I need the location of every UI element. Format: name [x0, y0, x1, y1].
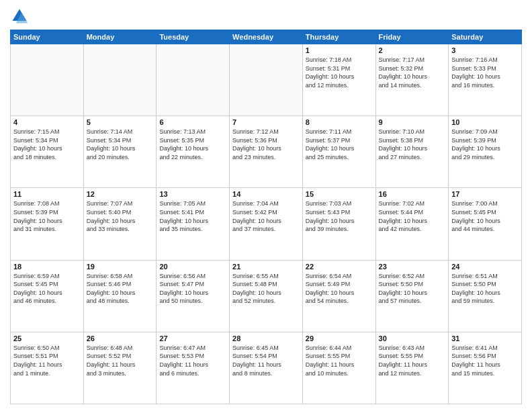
calendar: SundayMondayTuesdayWednesdayThursdayFrid…: [10, 30, 522, 404]
day-info: Sunrise: 6:45 AM Sunset: 5:54 PM Dayligh…: [232, 344, 300, 377]
calendar-cell: 18Sunrise: 6:59 AM Sunset: 5:45 PM Dayli…: [11, 260, 84, 332]
calendar-cell: 26Sunrise: 6:48 AM Sunset: 5:52 PM Dayli…: [83, 332, 157, 404]
day-info: Sunrise: 7:12 AM Sunset: 5:36 PM Dayligh…: [232, 128, 300, 161]
calendar-cell: [157, 44, 230, 116]
calendar-cell: 31Sunrise: 6:41 AM Sunset: 5:56 PM Dayli…: [449, 332, 522, 404]
day-info: Sunrise: 7:07 AM Sunset: 5:40 PM Dayligh…: [87, 199, 154, 233]
day-number: 28: [232, 334, 300, 342]
day-info: Sunrise: 7:15 AM Sunset: 5:34 PM Dayligh…: [13, 128, 81, 161]
day-info: Sunrise: 6:55 AM Sunset: 5:48 PM Dayligh…: [232, 272, 300, 306]
calendar-cell: 9Sunrise: 7:10 AM Sunset: 5:38 PM Daylig…: [375, 116, 449, 188]
day-info: Sunrise: 6:58 AM Sunset: 5:46 PM Dayligh…: [87, 272, 154, 306]
week-row-1: 1Sunrise: 7:18 AM Sunset: 5:31 PM Daylig…: [11, 44, 522, 116]
calendar-cell: 4Sunrise: 7:15 AM Sunset: 5:34 PM Daylig…: [11, 116, 84, 188]
day-info: Sunrise: 7:09 AM Sunset: 5:39 PM Dayligh…: [451, 128, 519, 161]
week-row-2: 4Sunrise: 7:15 AM Sunset: 5:34 PM Daylig…: [11, 116, 522, 188]
day-info: Sunrise: 7:08 AM Sunset: 5:39 PM Dayligh…: [13, 199, 81, 233]
day-info: Sunrise: 7:02 AM Sunset: 5:44 PM Dayligh…: [379, 199, 446, 233]
calendar-cell: 11Sunrise: 7:08 AM Sunset: 5:39 PM Dayli…: [11, 188, 84, 260]
day-number: 18: [13, 263, 81, 271]
day-number: 8: [306, 118, 373, 126]
day-number: 27: [159, 334, 226, 342]
logo: [10, 7, 32, 26]
calendar-cell: [230, 44, 303, 116]
day-info: Sunrise: 6:47 AM Sunset: 5:53 PM Dayligh…: [159, 344, 226, 377]
calendar-header-thursday: Thursday: [302, 30, 375, 44]
calendar-cell: 1Sunrise: 7:18 AM Sunset: 5:31 PM Daylig…: [302, 44, 375, 116]
day-info: Sunrise: 7:00 AM Sunset: 5:45 PM Dayligh…: [451, 199, 519, 233]
week-row-3: 11Sunrise: 7:08 AM Sunset: 5:39 PM Dayli…: [11, 188, 522, 260]
calendar-cell: 20Sunrise: 6:56 AM Sunset: 5:47 PM Dayli…: [157, 260, 230, 332]
calendar-cell: 21Sunrise: 6:55 AM Sunset: 5:48 PM Dayli…: [230, 260, 303, 332]
day-number: 19: [87, 263, 154, 271]
day-info: Sunrise: 6:48 AM Sunset: 5:52 PM Dayligh…: [87, 344, 154, 377]
calendar-cell: 15Sunrise: 7:03 AM Sunset: 5:43 PM Dayli…: [302, 188, 375, 260]
week-row-5: 25Sunrise: 6:50 AM Sunset: 5:51 PM Dayli…: [11, 332, 522, 404]
day-info: Sunrise: 7:05 AM Sunset: 5:41 PM Dayligh…: [159, 199, 226, 233]
day-number: 12: [87, 190, 154, 198]
calendar-cell: 30Sunrise: 6:43 AM Sunset: 5:55 PM Dayli…: [375, 332, 449, 404]
day-number: 10: [451, 118, 519, 126]
day-number: 2: [379, 46, 446, 54]
calendar-cell: 29Sunrise: 6:44 AM Sunset: 5:55 PM Dayli…: [302, 332, 375, 404]
day-info: Sunrise: 7:04 AM Sunset: 5:42 PM Dayligh…: [232, 199, 300, 233]
calendar-cell: 22Sunrise: 6:54 AM Sunset: 5:49 PM Dayli…: [302, 260, 375, 332]
day-info: Sunrise: 7:13 AM Sunset: 5:35 PM Dayligh…: [159, 128, 226, 161]
day-number: 16: [379, 190, 446, 198]
calendar-cell: 25Sunrise: 6:50 AM Sunset: 5:51 PM Dayli…: [11, 332, 84, 404]
calendar-cell: 24Sunrise: 6:51 AM Sunset: 5:50 PM Dayli…: [449, 260, 522, 332]
day-number: 17: [451, 190, 519, 198]
day-number: 7: [232, 118, 300, 126]
calendar-cell: [11, 44, 84, 116]
day-number: 29: [306, 334, 373, 342]
day-number: 5: [87, 118, 154, 126]
day-number: 25: [13, 334, 81, 342]
day-info: Sunrise: 7:17 AM Sunset: 5:32 PM Dayligh…: [379, 56, 446, 89]
calendar-cell: 27Sunrise: 6:47 AM Sunset: 5:53 PM Dayli…: [157, 332, 230, 404]
day-info: Sunrise: 6:44 AM Sunset: 5:55 PM Dayligh…: [306, 344, 373, 377]
calendar-cell: 3Sunrise: 7:16 AM Sunset: 5:33 PM Daylig…: [449, 44, 522, 116]
day-info: Sunrise: 7:16 AM Sunset: 5:33 PM Dayligh…: [451, 56, 519, 89]
calendar-cell: 28Sunrise: 6:45 AM Sunset: 5:54 PM Dayli…: [230, 332, 303, 404]
calendar-header-monday: Monday: [83, 30, 157, 44]
calendar-cell: 14Sunrise: 7:04 AM Sunset: 5:42 PM Dayli…: [230, 188, 303, 260]
day-info: Sunrise: 7:03 AM Sunset: 5:43 PM Dayligh…: [306, 199, 373, 233]
calendar-header-sunday: Sunday: [11, 30, 84, 44]
day-info: Sunrise: 7:18 AM Sunset: 5:31 PM Dayligh…: [306, 56, 373, 89]
calendar-cell: 8Sunrise: 7:11 AM Sunset: 5:37 PM Daylig…: [302, 116, 375, 188]
calendar-cell: 12Sunrise: 7:07 AM Sunset: 5:40 PM Dayli…: [83, 188, 157, 260]
calendar-cell: [83, 44, 157, 116]
calendar-cell: 13Sunrise: 7:05 AM Sunset: 5:41 PM Dayli…: [157, 188, 230, 260]
calendar-header-tuesday: Tuesday: [157, 30, 230, 44]
day-number: 21: [232, 263, 300, 271]
calendar-cell: 5Sunrise: 7:14 AM Sunset: 5:34 PM Daylig…: [83, 116, 157, 188]
day-info: Sunrise: 6:59 AM Sunset: 5:45 PM Dayligh…: [13, 272, 81, 306]
calendar-header-saturday: Saturday: [449, 30, 522, 44]
calendar-cell: 7Sunrise: 7:12 AM Sunset: 5:36 PM Daylig…: [230, 116, 303, 188]
calendar-cell: 17Sunrise: 7:00 AM Sunset: 5:45 PM Dayli…: [449, 188, 522, 260]
day-number: 4: [13, 118, 81, 126]
calendar-header-wednesday: Wednesday: [230, 30, 303, 44]
day-info: Sunrise: 7:10 AM Sunset: 5:38 PM Dayligh…: [379, 128, 446, 161]
day-number: 9: [379, 118, 446, 126]
calendar-cell: 10Sunrise: 7:09 AM Sunset: 5:39 PM Dayli…: [449, 116, 522, 188]
day-number: 20: [159, 263, 226, 271]
day-number: 13: [159, 190, 226, 198]
day-number: 15: [306, 190, 373, 198]
day-number: 31: [451, 334, 519, 342]
day-number: 22: [306, 263, 373, 271]
logo-icon: [10, 7, 29, 26]
page: SundayMondayTuesdayWednesdayThursdayFrid…: [0, 0, 532, 411]
day-number: 24: [451, 263, 519, 271]
day-number: 30: [379, 334, 446, 342]
calendar-header-row: SundayMondayTuesdayWednesdayThursdayFrid…: [11, 30, 522, 44]
week-row-4: 18Sunrise: 6:59 AM Sunset: 5:45 PM Dayli…: [11, 260, 522, 332]
day-number: 14: [232, 190, 300, 198]
calendar-cell: 16Sunrise: 7:02 AM Sunset: 5:44 PM Dayli…: [375, 188, 449, 260]
calendar-cell: 19Sunrise: 6:58 AM Sunset: 5:46 PM Dayli…: [83, 260, 157, 332]
day-number: 3: [451, 46, 519, 54]
day-info: Sunrise: 7:14 AM Sunset: 5:34 PM Dayligh…: [87, 128, 154, 161]
day-info: Sunrise: 6:52 AM Sunset: 5:50 PM Dayligh…: [379, 272, 446, 306]
day-number: 23: [379, 263, 446, 271]
calendar-cell: 2Sunrise: 7:17 AM Sunset: 5:32 PM Daylig…: [375, 44, 449, 116]
